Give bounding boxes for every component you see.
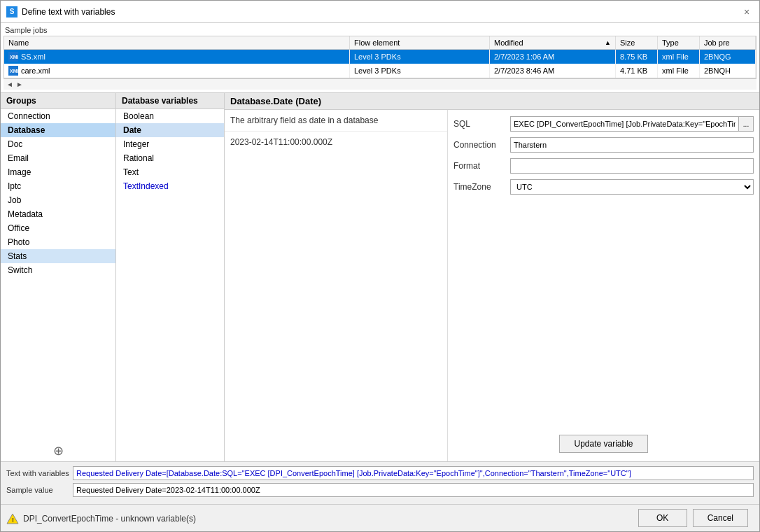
dbvar-textindexed[interactable]: TextIndexed <box>116 179 224 193</box>
cell-name: XML care.xml <box>4 64 350 78</box>
detail-top: The arbitrary field as date in a databas… <box>225 110 759 461</box>
group-item-connection[interactable]: Connection <box>1 109 115 123</box>
col-jobpre: Job pre <box>700 36 756 49</box>
sample-value-label: Sample value <box>6 486 73 494</box>
xml-file-icon: XML <box>8 52 18 62</box>
connection-label: Connection <box>453 140 506 150</box>
group-item-iptc[interactable]: Iptc <box>1 179 115 193</box>
sample-value-row: Sample value <box>6 483 754 497</box>
update-btn-row: Update variable <box>453 435 754 456</box>
table-row[interactable]: XML care.xml Level 3 PDKs 2/7/2023 8:46 … <box>4 64 756 78</box>
dbvar-integer[interactable]: Integer <box>116 137 224 151</box>
warning-text: DPI_ConvertEpochTime - unknown variable(… <box>23 514 638 524</box>
format-label: Format <box>453 161 506 171</box>
sql-browse-button[interactable]: ... <box>738 116 754 132</box>
cell-size: 8.75 KB <box>616 50 658 64</box>
horizontal-scroll[interactable]: ◄ ► <box>3 78 757 90</box>
group-item-image[interactable]: Image <box>1 165 115 179</box>
group-item-switch[interactable]: Switch <box>1 263 115 277</box>
group-item-email[interactable]: Email <box>1 151 115 165</box>
scroll-left-btn[interactable]: ◄ <box>6 80 13 88</box>
timezone-row: TimeZone UTC EST PST GMT CET <box>453 178 754 195</box>
sample-output-area: 2023-02-14T11:00:00.000Z <box>225 132 447 461</box>
table-header: Name Flow element Modified ▲ Size Type J… <box>4 36 756 50</box>
main-content: Groups Connection Database Doc Email Ima… <box>1 93 759 461</box>
cell-flow: Level 3 PDKs <box>350 64 490 78</box>
svg-text:XML: XML <box>10 69 18 74</box>
resize-cursor: ⊕ <box>1 440 115 461</box>
xml-file-icon2: XML <box>8 66 18 76</box>
update-variable-button[interactable]: Update variable <box>559 435 647 453</box>
cell-type: xml File <box>658 64 700 78</box>
text-with-vars-label: Text with variables <box>6 469 73 477</box>
sql-label: SQL <box>453 119 506 129</box>
group-item-doc[interactable]: Doc <box>1 137 115 151</box>
sql-input[interactable] <box>510 116 738 132</box>
col-modified: Modified ▲ <box>490 36 616 49</box>
format-row: Format <box>453 158 754 174</box>
col-size: Size <box>616 36 658 49</box>
group-item-photo[interactable]: Photo <box>1 235 115 249</box>
group-item-database[interactable]: Database <box>1 123 115 137</box>
groups-list: Connection Database Doc Email Image Iptc… <box>1 109 115 440</box>
col-type: Type <box>658 36 700 49</box>
timezone-select[interactable]: UTC EST PST GMT CET <box>510 179 754 195</box>
db-vars-header: Database variables <box>116 93 224 109</box>
warning-row: ! DPI_ConvertEpochTime - unknown variabl… <box>6 512 638 525</box>
groups-panel: Groups Connection Database Doc Email Ima… <box>1 93 116 461</box>
sample-jobs-section: Sample jobs Name Flow element Modified ▲… <box>1 23 759 93</box>
bottom-section: Text with variables Sample value <box>1 461 759 504</box>
detail-left: The arbitrary field as date in a databas… <box>225 110 448 461</box>
cancel-button[interactable]: Cancel <box>693 509 748 527</box>
sample-jobs-label: Sample jobs <box>3 26 757 34</box>
app-icon: S <box>6 6 17 18</box>
description-area: The arbitrary field as date in a databas… <box>225 110 447 132</box>
sample-output-value: 2023-02-14T11:00:00.000Z <box>230 137 442 147</box>
connection-row: Connection <box>453 136 754 153</box>
group-item-office[interactable]: Office <box>1 221 115 235</box>
db-vars-panel: Database variables Boolean Date Integer … <box>116 93 225 461</box>
cell-jobpre: 2BNQG <box>700 50 756 64</box>
dbvar-date[interactable]: Date <box>116 123 224 137</box>
sql-row: SQL ... <box>453 115 754 132</box>
title-bar-left: S Define text with variables <box>6 6 115 18</box>
dbvar-rational[interactable]: Rational <box>116 151 224 165</box>
cell-size: 4.71 KB <box>616 64 658 78</box>
dbvar-text[interactable]: Text <box>116 165 224 179</box>
cell-flow: Level 3 PDKs <box>350 50 490 64</box>
db-vars-list: Boolean Date Integer Rational Text TextI… <box>116 109 224 461</box>
text-with-vars-input[interactable] <box>73 466 754 480</box>
timezone-label: TimeZone <box>453 182 506 192</box>
cell-type: xml File <box>658 50 700 64</box>
group-item-metadata[interactable]: Metadata <box>1 207 115 221</box>
detail-header: Database.Date (Date) <box>225 93 759 110</box>
description-text: The arbitrary field as date in a databas… <box>230 115 378 125</box>
close-button[interactable]: × <box>740 5 754 19</box>
text-with-vars-row: Text with variables <box>6 466 754 480</box>
col-flow: Flow element <box>350 36 490 49</box>
dbvar-boolean[interactable]: Boolean <box>116 109 224 123</box>
dialog-buttons: OK Cancel <box>638 509 754 527</box>
connection-input[interactable] <box>510 137 754 153</box>
dialog-title: Define text with variables <box>22 7 115 17</box>
ok-button[interactable]: OK <box>638 509 687 527</box>
detail-panel: Database.Date (Date) The arbitrary field… <box>225 93 759 461</box>
detail-right: SQL ... Connection <box>448 110 759 461</box>
warning-icon: ! <box>6 512 19 525</box>
group-item-stats[interactable]: Stats <box>1 249 115 263</box>
cell-name: XML SS.xml <box>4 50 350 64</box>
groups-header: Groups <box>1 93 115 109</box>
cell-modified: 2/7/2023 8:46 AM <box>490 64 616 78</box>
col-name: Name <box>4 36 350 49</box>
group-item-job[interactable]: Job <box>1 193 115 207</box>
sample-jobs-table: Name Flow element Modified ▲ Size Type J… <box>3 36 757 78</box>
dialog: S Define text with variables × Sample jo… <box>0 0 760 532</box>
cell-jobpre: 2BNQH <box>700 64 756 78</box>
format-input[interactable] <box>510 158 754 174</box>
svg-text:!: ! <box>12 517 14 524</box>
svg-text:XML: XML <box>10 55 18 59</box>
table-row[interactable]: XML SS.xml Level 3 PDKs 2/7/2023 1:06 AM… <box>4 50 756 64</box>
scroll-right-btn[interactable]: ► <box>16 80 23 88</box>
sql-input-group: ... <box>510 116 754 132</box>
sample-value-input[interactable] <box>73 483 754 497</box>
